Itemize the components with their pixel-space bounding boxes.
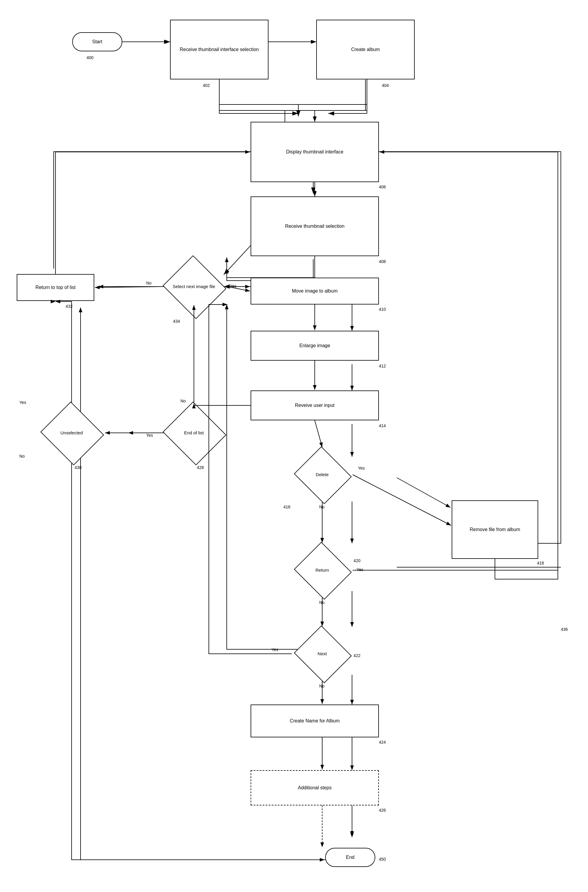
label-414: 414 xyxy=(379,423,386,428)
node-416-label: Delete xyxy=(316,472,328,478)
no-label-422: No xyxy=(319,684,325,688)
label-420: 420 xyxy=(354,558,360,563)
yes-label-416: Yes xyxy=(358,466,365,471)
node-408: Receive thumbnail selection xyxy=(250,196,379,256)
label-400: 400 xyxy=(87,55,93,60)
label-450: 450 xyxy=(379,857,386,862)
yes-label-428: Yes xyxy=(146,433,153,438)
yes-label-422: Yes xyxy=(272,647,278,652)
svg-line-23 xyxy=(397,478,450,507)
node-428: End of list xyxy=(161,403,227,463)
label-430: 430 xyxy=(75,465,81,470)
end-node: End xyxy=(325,848,375,867)
label-416: 416 xyxy=(284,504,290,509)
node-410-label: Move image to album xyxy=(292,288,338,294)
node-422: Next xyxy=(292,627,352,681)
label-428: 428 xyxy=(197,465,204,470)
end-label: End xyxy=(346,855,354,860)
start-label: Start xyxy=(92,39,102,45)
no-label-416: No xyxy=(319,504,325,509)
label-406: 406 xyxy=(379,185,386,189)
label-412: 412 xyxy=(379,364,386,369)
node-426: Additional steps xyxy=(250,770,379,805)
node-402-label: Receive thumbnail interface selection xyxy=(180,47,259,53)
node-424-label: Create Name for Album xyxy=(290,718,339,724)
node-434: Select next image file xyxy=(161,257,227,316)
node-404: Create album xyxy=(316,20,415,80)
node-434-label: Select next image file xyxy=(173,284,215,290)
no-label-434: No xyxy=(146,281,152,286)
node-416: Delete xyxy=(292,448,352,501)
node-424: Create Name for Album xyxy=(250,704,379,737)
node-410: Move image to album xyxy=(250,278,379,304)
start-node: Start xyxy=(72,32,122,51)
yes-label-430: Yes xyxy=(20,400,26,405)
label-434: 434 xyxy=(173,319,180,323)
label-404: 404 xyxy=(382,83,389,88)
label-410: 410 xyxy=(379,307,386,312)
label-424: 424 xyxy=(379,740,386,745)
node-404-label: Create album xyxy=(351,47,380,53)
node-406: Display thumbnail interface xyxy=(250,122,379,182)
node-412: Enlarge image xyxy=(250,331,379,361)
label-436: 436 xyxy=(561,627,568,632)
yes-label-434: Yes xyxy=(230,284,237,288)
node-430: Unselected xyxy=(39,403,104,463)
node-406-label: Display thumbnail interface xyxy=(286,149,344,155)
node-402: Receive thumbnail interface selection xyxy=(170,20,268,80)
yes-label-420: Yes xyxy=(357,567,363,572)
svg-line-43 xyxy=(315,420,322,447)
svg-line-40 xyxy=(95,287,161,287)
node-432-label: Return to top of list xyxy=(36,284,75,291)
label-408: 408 xyxy=(379,259,386,264)
label-432: 432 xyxy=(66,304,72,309)
node-418-label: Remove file from album xyxy=(470,526,520,533)
no-label-428: No xyxy=(180,399,186,403)
svg-line-44 xyxy=(352,475,451,525)
flowchart: Start 400 Receive thumbnail interface se… xyxy=(0,0,588,892)
no-label-420: No xyxy=(319,600,325,605)
node-414-label: Reveive user input xyxy=(295,402,335,409)
node-426-label: Additional steps xyxy=(298,785,332,791)
node-432: Return to top of list xyxy=(17,274,94,301)
node-414: Reveive user input xyxy=(250,391,379,420)
label-422: 422 xyxy=(354,653,360,658)
node-428-label: End of list xyxy=(184,430,204,436)
node-420-label: Return xyxy=(315,567,329,573)
node-430-label: Unselected xyxy=(60,430,82,436)
node-422-label: Next xyxy=(318,651,327,657)
node-418: Remove file from album xyxy=(452,500,538,559)
node-412-label: Enlarge image xyxy=(299,343,330,349)
label-418: 418 xyxy=(537,561,544,566)
label-402: 402 xyxy=(203,83,210,88)
node-420: Return xyxy=(292,543,352,597)
label-426: 426 xyxy=(379,808,386,812)
node-408-label: Receive thumbnail selection xyxy=(285,223,344,230)
no-label-430: No xyxy=(20,454,25,459)
